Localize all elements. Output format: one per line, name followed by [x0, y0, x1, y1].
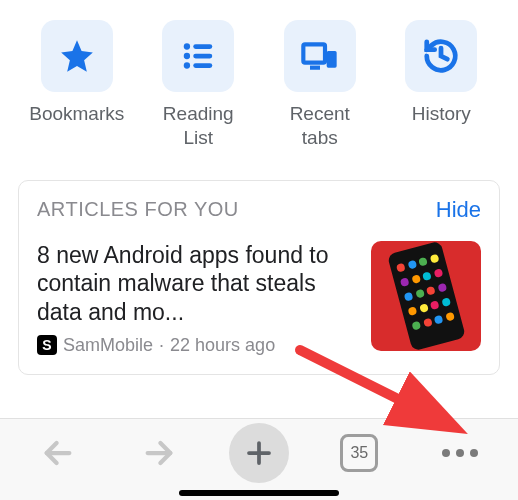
- svg-rect-8: [326, 51, 336, 68]
- more-horizontal-icon: [442, 449, 478, 457]
- tab-count-badge: 35: [340, 434, 378, 472]
- shortcuts-row: Bookmarks Reading List Recent tabs Histo…: [0, 0, 518, 160]
- source-badge-icon: S: [37, 335, 57, 355]
- shortcut-reading-list[interactable]: Reading List: [142, 20, 256, 150]
- shortcut-label: Recent tabs: [270, 102, 370, 150]
- history-icon: [405, 20, 477, 92]
- article-thumbnail: [371, 241, 481, 351]
- star-icon: [41, 20, 113, 92]
- hide-button[interactable]: Hide: [436, 197, 481, 223]
- articles-card: ARTICLES FOR YOU Hide 8 new Android apps…: [18, 180, 500, 375]
- shortcut-label: History: [412, 102, 471, 126]
- shortcut-label: Reading List: [148, 102, 248, 150]
- shortcut-history[interactable]: History: [385, 20, 499, 150]
- list-icon: [162, 20, 234, 92]
- svg-rect-6: [303, 44, 325, 62]
- arrow-right-icon: [142, 436, 176, 470]
- plus-icon: [244, 438, 274, 468]
- svg-point-0: [184, 43, 190, 49]
- shortcut-bookmarks[interactable]: Bookmarks: [20, 20, 134, 150]
- forward-button[interactable]: [129, 436, 189, 470]
- svg-point-2: [184, 53, 190, 59]
- more-button[interactable]: [430, 449, 490, 457]
- svg-rect-5: [194, 63, 213, 68]
- home-indicator[interactable]: [179, 490, 339, 496]
- bottom-toolbar: 35: [0, 418, 518, 500]
- svg-rect-3: [194, 54, 213, 59]
- article-text: 8 new Android apps found to contain malw…: [37, 241, 357, 356]
- shortcut-label: Bookmarks: [29, 102, 124, 126]
- article-time: 22 hours ago: [170, 335, 275, 356]
- tabs-button[interactable]: 35: [329, 434, 389, 472]
- back-button[interactable]: [28, 436, 88, 470]
- svg-rect-1: [194, 44, 213, 49]
- article-source: SamMobile: [63, 335, 153, 356]
- svg-point-4: [184, 62, 190, 68]
- card-title: ARTICLES FOR YOU: [37, 198, 239, 221]
- article-item[interactable]: 8 new Android apps found to contain malw…: [19, 233, 499, 374]
- shortcut-recent-tabs[interactable]: Recent tabs: [263, 20, 377, 150]
- devices-icon: [284, 20, 356, 92]
- meta-separator: ·: [159, 335, 164, 356]
- card-header: ARTICLES FOR YOU Hide: [19, 181, 499, 233]
- arrow-left-icon: [41, 436, 75, 470]
- article-headline: 8 new Android apps found to contain malw…: [37, 241, 357, 327]
- article-meta: S SamMobile · 22 hours ago: [37, 335, 357, 356]
- new-tab-button[interactable]: [229, 423, 289, 483]
